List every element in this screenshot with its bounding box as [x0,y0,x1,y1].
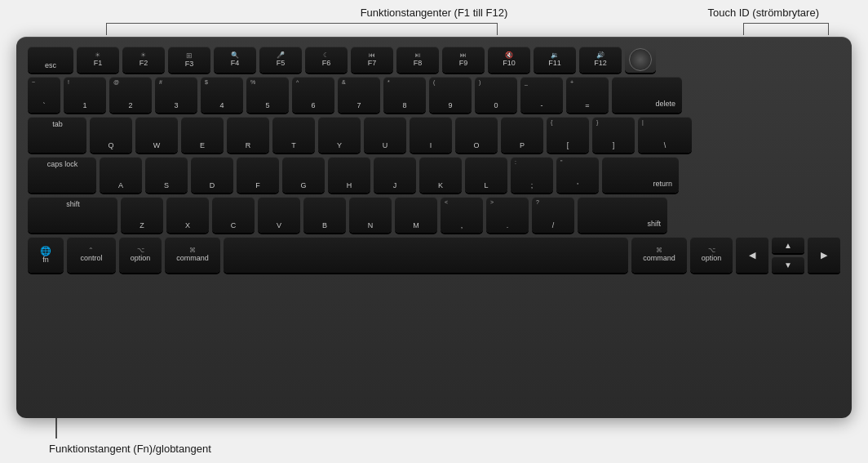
key-control[interactable]: ⌃ control [67,237,116,273]
key-period[interactable]: > . [486,197,529,233]
key-a[interactable]: A [100,157,142,193]
arrow-up-down: ▲ ▼ [772,237,804,273]
label-fn-keys: Funktionstangenter (F1 till F12) [361,7,508,19]
key-arrow-right[interactable]: ▶ [808,237,840,273]
label-touchid: Touch ID (strömbrytare) [707,7,819,19]
key-f3[interactable]: ⊞ F3 [168,47,210,73]
key-semicolon[interactable]: : ; [511,157,553,193]
key-6[interactable]: ^ 6 [292,77,334,113]
key-1[interactable]: ! 1 [64,77,106,113]
number-key-row: ~ ` ! 1 @ 2 # 3 $ 4 % 5 [28,77,840,113]
touchid-circle [629,48,652,71]
key-5[interactable]: % 5 [246,77,289,113]
key-4[interactable]: $ 4 [201,77,243,113]
key-v[interactable]: V [258,197,300,233]
arrow-key-cluster: ◀ ▲ ▼ ▶ [736,237,840,273]
key-o[interactable]: O [455,117,498,153]
key-l[interactable]: L [465,157,507,193]
key-shift-left[interactable]: shift [28,197,117,233]
key-space[interactable] [224,237,628,273]
key-t[interactable]: T [272,117,315,153]
key-2[interactable]: @ 2 [109,77,152,113]
key-m[interactable]: M [395,197,437,233]
key-g[interactable]: G [282,157,325,193]
key-capslock[interactable]: caps lock [28,157,96,193]
asdf-key-row: caps lock A S D F G H J K L : ; " ' retu… [28,157,840,193]
key-equals[interactable]: + = [566,77,609,113]
key-f7[interactable]: ⏮ F7 [351,47,393,73]
key-u[interactable]: U [364,117,406,153]
key-f9[interactable]: ⏭ F9 [442,47,485,73]
bracket-fn-keys [106,23,498,35]
key-arrow-down[interactable]: ▼ [772,256,804,273]
key-arrow-left[interactable]: ◀ [736,237,768,273]
key-option-left[interactable]: ⌥ option [119,237,162,273]
key-f11[interactable]: 🔉 F11 [534,47,576,73]
key-z[interactable]: Z [121,197,163,233]
key-i[interactable]: I [410,117,452,153]
key-c[interactable]: C [212,197,255,233]
bottom-key-row: 🌐 fn ⌃ control ⌥ option ⌘ command [28,237,840,273]
fn-key-row: esc ☀ F1 ☀ F2 ⊞ F3 [28,47,840,73]
qwerty-key-row: tab Q W E R T Y U I O P { [ } ] | \ [28,117,840,153]
key-fn-globe[interactable]: 🌐 fn [28,237,64,273]
key-s[interactable]: S [145,157,188,193]
key-y[interactable]: Y [318,117,361,153]
key-q[interactable]: Q [90,117,132,153]
key-arrow-up[interactable]: ▲ [772,237,804,253]
bracket-touchid [743,23,829,35]
key-open-bracket[interactable]: { [ [547,117,589,153]
key-slash[interactable]: ? / [532,197,574,233]
key-b[interactable]: B [303,197,346,233]
key-f6[interactable]: ☾ F6 [305,47,348,73]
key-minus[interactable]: _ - [520,77,563,113]
key-h[interactable]: H [328,157,370,193]
key-f12[interactable]: 🔊 F12 [579,47,622,73]
key-p[interactable]: P [501,117,543,153]
key-option-right[interactable]: ⌥ option [690,237,733,273]
key-9[interactable]: ( 9 [429,77,472,113]
key-k[interactable]: K [419,157,462,193]
key-return[interactable]: return [602,157,679,193]
key-esc[interactable]: esc [28,47,73,73]
key-f5[interactable]: 🎤 F5 [259,47,302,73]
label-fn-globe: Funktionstangent (Fn)/globtangent [49,443,211,455]
key-backslash[interactable]: | \ [638,117,692,153]
key-f2[interactable]: ☀ F2 [122,47,165,73]
key-3[interactable]: # 3 [155,77,197,113]
key-shift-right[interactable]: shift [578,197,667,233]
key-w[interactable]: W [135,117,178,153]
key-d[interactable]: D [191,157,233,193]
key-j[interactable]: J [374,157,416,193]
key-f[interactable]: F [237,157,279,193]
key-close-bracket[interactable]: } ] [592,117,635,153]
key-f1[interactable]: ☀ F1 [77,47,119,73]
zxcv-key-row: shift Z X C V B N M < , > . ? / shift [28,197,840,233]
key-0[interactable]: ) 0 [475,77,517,113]
key-8[interactable]: * 8 [383,77,426,113]
key-x[interactable]: X [166,197,209,233]
key-command-right[interactable]: ⌘ command [631,237,687,273]
keyboard: esc ☀ F1 ☀ F2 ⊞ F3 [16,37,852,418]
key-f8[interactable]: ⏯ F8 [396,47,439,73]
key-quote[interactable]: " ' [556,157,599,193]
key-delete[interactable]: delete [612,77,682,113]
key-f4[interactable]: 🔍 F4 [214,47,256,73]
key-e[interactable]: E [181,117,224,153]
key-n[interactable]: N [349,197,392,233]
key-command-left[interactable]: ⌘ command [165,237,220,273]
key-7[interactable]: & 7 [338,77,380,113]
key-comma[interactable]: < , [441,197,483,233]
key-f10[interactable]: 🔇 F10 [488,47,530,73]
key-touchid[interactable] [625,47,656,73]
key-r[interactable]: R [227,117,269,153]
key-tab[interactable]: tab [28,117,86,153]
key-backtick[interactable]: ~ ` [28,77,60,113]
